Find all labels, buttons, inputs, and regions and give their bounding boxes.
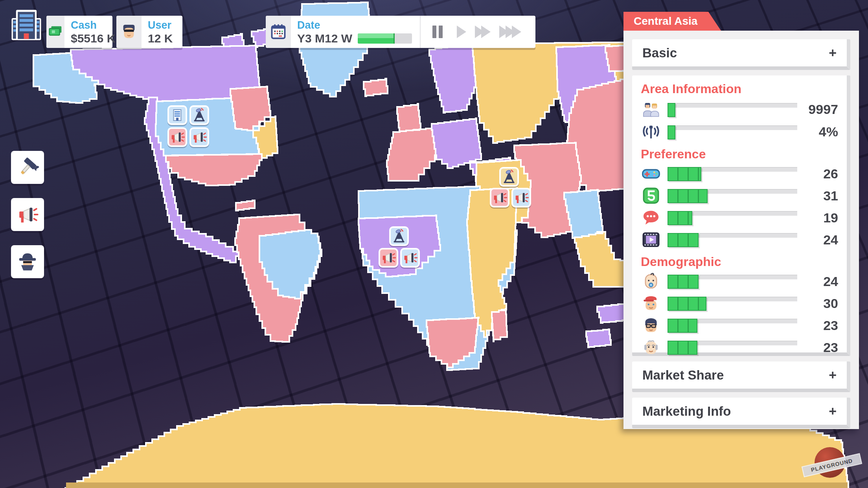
cash-card: Cash $5516 K bbox=[46, 16, 112, 48]
tower-icon bbox=[501, 169, 517, 185]
campaign-icon bbox=[402, 250, 418, 266]
map-country[interactable] bbox=[364, 79, 388, 96]
hq-icon bbox=[169, 107, 185, 123]
video-bar bbox=[668, 231, 797, 249]
middle-east-campaign-badge[interactable] bbox=[490, 188, 509, 207]
social-app-value: 31 bbox=[804, 188, 838, 204]
accordion-marketing-info[interactable]: Marketing Info + bbox=[632, 398, 850, 428]
west-africa-tower-badge[interactable] bbox=[389, 226, 409, 246]
accordion-basic[interactable]: Basic + bbox=[632, 39, 850, 70]
north-america-campaign-badge[interactable] bbox=[167, 127, 187, 147]
stat-row-video: 24 bbox=[641, 229, 838, 251]
stat-row-games: 26 bbox=[641, 163, 838, 185]
video-value: 24 bbox=[804, 232, 838, 248]
west-africa-campaign-badge[interactable] bbox=[400, 248, 420, 268]
speed-controls bbox=[420, 16, 535, 48]
kids-value: 24 bbox=[804, 274, 838, 289]
stat-row-social-app: 31 bbox=[641, 185, 838, 207]
espionage-tool-button[interactable] bbox=[11, 245, 44, 278]
population-value: 9997 bbox=[804, 102, 838, 117]
user-value: 12 K bbox=[148, 31, 173, 46]
campaign-icon bbox=[191, 129, 207, 145]
west-africa-campaign-badge[interactable] bbox=[379, 248, 398, 268]
seniors-bar bbox=[668, 338, 797, 356]
social-app-bar bbox=[668, 187, 797, 205]
kids-bar bbox=[668, 272, 797, 290]
money-icon bbox=[46, 16, 64, 48]
calendar-icon bbox=[266, 16, 291, 48]
campaign-icon bbox=[492, 190, 508, 205]
hammer-icon bbox=[16, 156, 39, 179]
teen-icon bbox=[641, 293, 661, 314]
population-bar bbox=[668, 101, 797, 119]
video-icon bbox=[641, 229, 661, 250]
social-app-icon bbox=[641, 185, 661, 206]
map-country[interactable] bbox=[432, 118, 481, 168]
fastest-forward-button[interactable] bbox=[499, 26, 518, 38]
cash-label: Cash bbox=[71, 19, 115, 31]
senior-icon bbox=[641, 337, 661, 358]
teens-value: 30 bbox=[804, 296, 838, 311]
map-country[interactable] bbox=[166, 154, 262, 185]
campaign-icon bbox=[513, 190, 529, 205]
map-country[interactable] bbox=[236, 200, 255, 211]
north-america-campaign-badge[interactable] bbox=[189, 127, 209, 147]
accordion-market-share[interactable]: Market Share + bbox=[632, 361, 850, 392]
map-country[interactable] bbox=[429, 42, 479, 113]
adults-bar bbox=[668, 316, 797, 334]
adults-value: 23 bbox=[804, 318, 838, 333]
region-panel: Central Asia Basic + Area Information 99… bbox=[623, 12, 859, 429]
expand-icon: + bbox=[829, 45, 837, 61]
tower-icon bbox=[191, 107, 207, 123]
game-screen: Cash $5516 K User 12 K Date Y3 M12 W bbox=[0, 0, 868, 488]
games-bar bbox=[668, 165, 797, 183]
stat-row-kids: 24 bbox=[641, 270, 838, 292]
fast-forward-button[interactable] bbox=[475, 26, 487, 38]
expand-icon: + bbox=[829, 367, 837, 383]
middle-east-campaign-badge[interactable] bbox=[511, 188, 531, 207]
stat-row-population: 9997 bbox=[641, 98, 838, 121]
map-country[interactable] bbox=[492, 309, 507, 341]
campaign-icon bbox=[169, 129, 185, 145]
baby-icon bbox=[641, 271, 661, 292]
games-value: 26 bbox=[804, 166, 838, 182]
stat-row-adults: 23 bbox=[641, 314, 838, 336]
build-tool-button[interactable] bbox=[11, 151, 44, 184]
region-panel-title: Central Asia bbox=[623, 12, 721, 31]
north-america-hq-badge[interactable] bbox=[167, 105, 187, 125]
expand-icon: + bbox=[829, 404, 837, 419]
stat-row-seniors: 23 bbox=[641, 336, 838, 358]
chat-value: 19 bbox=[804, 210, 838, 226]
middle-east-tower-badge[interactable] bbox=[499, 167, 519, 187]
playground-watermark: PLAYGROUND bbox=[804, 444, 859, 483]
spy-icon bbox=[16, 250, 39, 273]
teens-bar bbox=[668, 294, 797, 312]
adult-icon bbox=[641, 315, 661, 336]
game-icon bbox=[641, 163, 661, 184]
population-icon bbox=[641, 99, 661, 120]
region-panel-body: Basic + Area Information 9997 bbox=[623, 31, 859, 429]
north-america-tower-badge[interactable] bbox=[189, 105, 209, 125]
date-label: Date bbox=[297, 19, 412, 31]
stat-row-teens: 30 bbox=[641, 292, 838, 314]
megaphone-icon bbox=[16, 203, 39, 226]
marketing-tool-button[interactable] bbox=[11, 198, 44, 231]
map-country[interactable] bbox=[586, 329, 611, 347]
avatar-icon bbox=[116, 16, 142, 48]
antarctica-shade bbox=[66, 482, 848, 488]
chat-icon bbox=[641, 207, 661, 228]
section-heading-demographic: Demographic bbox=[641, 251, 838, 270]
play-button[interactable] bbox=[457, 26, 463, 38]
week-progress-bar bbox=[358, 33, 412, 44]
internet-bar bbox=[668, 123, 797, 141]
user-card: User 12 K bbox=[116, 16, 182, 48]
tower-icon bbox=[391, 228, 407, 244]
section-heading-area-information: Area Information bbox=[641, 81, 838, 98]
stat-row-chat: 19 bbox=[641, 207, 838, 229]
user-label: User bbox=[148, 19, 173, 31]
pause-button[interactable] bbox=[432, 26, 445, 38]
seniors-value: 23 bbox=[804, 340, 838, 355]
chat-bar bbox=[668, 209, 797, 227]
signal-icon bbox=[641, 122, 661, 142]
hq-building-button[interactable] bbox=[9, 7, 44, 43]
